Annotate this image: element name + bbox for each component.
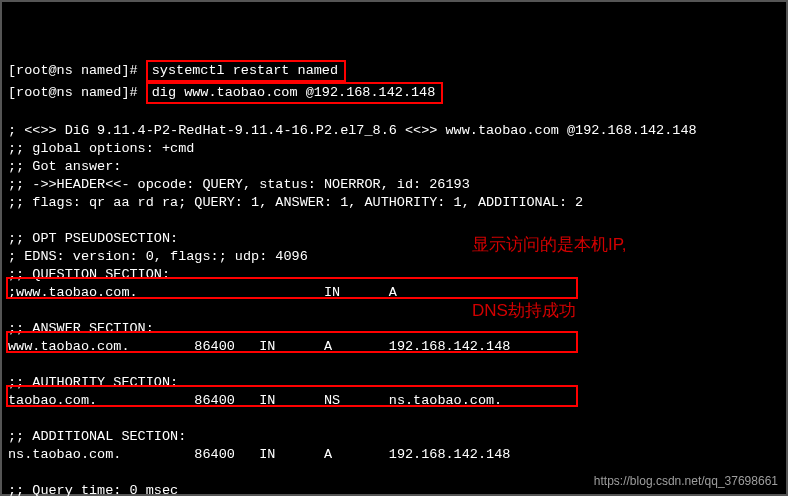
authority-section-header: ;; AUTHORITY SECTION: (8, 375, 178, 390)
dig-global-opts: ;; global options: +cmd (8, 141, 194, 156)
question-section-header: ;; QUESTION SECTION: (8, 267, 170, 282)
additional-name: ns.taobao.com. (8, 447, 121, 462)
question-line: ;www.taobao.com. IN A (8, 285, 397, 300)
prompt: [root@ns named]# (8, 63, 146, 78)
additional-class: IN (259, 447, 275, 462)
edns-line: ; EDNS: version: 0, flags:; udp: 4096 (8, 249, 308, 264)
dig-banner: <<>> DiG 9.11.4-P2-RedHat-9.11.4-16.P2.e… (24, 123, 696, 138)
dig-got-answer: ;; Got answer: (8, 159, 121, 174)
additional-section-header: ;; ADDITIONAL SECTION: (8, 429, 186, 444)
answer-ttl: 86400 (194, 339, 235, 354)
query-time: ;; Query time: 0 msec (8, 483, 178, 498)
answer-name: www.taobao.com. (8, 339, 130, 354)
prompt: [root@ns named]# (8, 85, 146, 100)
annotation-line-2: DNS劫持成功 (472, 300, 627, 322)
additional-data: 192.168.142.148 (389, 447, 511, 462)
annotation-text: 显示访问的是本机IP, DNS劫持成功 (472, 190, 627, 366)
authority-name: taobao.com. (8, 393, 97, 408)
authority-class: IN (259, 393, 275, 408)
command-2-highlight: dig www.taobao.com @192.168.142.148 (146, 82, 444, 104)
command-1: systemctl restart named (152, 63, 338, 78)
dig-banner-prefix: ; (8, 123, 24, 138)
terminal-window[interactable]: [root@ns named]# systemctl restart named… (0, 0, 788, 496)
answer-class: IN (259, 339, 275, 354)
additional-type: A (324, 447, 332, 462)
authority-type: NS (324, 393, 340, 408)
answer-section-header: ;; ANSWER SECTION: (8, 321, 154, 336)
opt-section-header: ;; OPT PSEUDOSECTION: (8, 231, 178, 246)
command-1-highlight: systemctl restart named (146, 60, 346, 82)
annotation-line-1: 显示访问的是本机IP, (472, 234, 627, 256)
command-2: dig www.taobao.com @192.168.142.148 (152, 85, 436, 100)
authority-ttl: 86400 (194, 393, 235, 408)
dig-header-line: ;; ->>HEADER<<- opcode: QUERY, status: N… (8, 177, 470, 192)
authority-data: ns.taobao.com. (389, 393, 502, 408)
additional-ttl: 86400 (194, 447, 235, 462)
answer-type: A (324, 339, 332, 354)
watermark: https://blog.csdn.net/qq_37698661 (594, 472, 778, 490)
